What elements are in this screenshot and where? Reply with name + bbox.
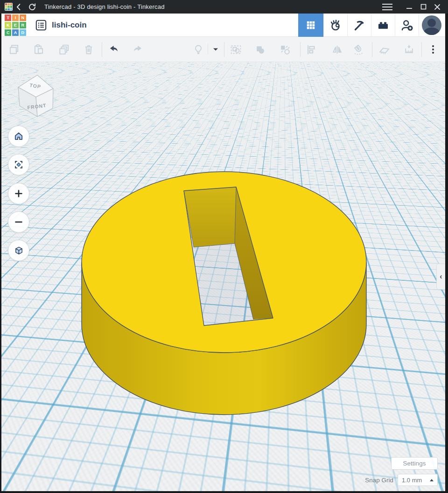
snap-magnet-button[interactable]	[349, 40, 368, 59]
logo-tile: A	[12, 29, 19, 36]
light-bulb-button[interactable]	[189, 40, 208, 59]
toolbar-separator	[421, 42, 422, 57]
toolbar-separator	[300, 42, 301, 57]
menu-button[interactable]	[381, 0, 394, 14]
reload-button[interactable]	[27, 0, 38, 14]
close-button[interactable]	[431, 0, 443, 14]
design-title: lishi-coin	[52, 14, 87, 37]
minimize-icon	[406, 4, 413, 10]
design-properties-button[interactable]	[35, 19, 47, 31]
copy-button[interactable]	[5, 40, 23, 59]
zoom-out-button[interactable]	[8, 211, 29, 233]
snap-grid-dropdown[interactable]: 1.0 mm	[398, 474, 438, 486]
edit-toolbar	[1, 37, 445, 62]
paste-button[interactable]	[29, 40, 48, 59]
maximize-icon	[420, 4, 427, 10]
magnet-icon	[352, 43, 365, 56]
tinker-hand-button[interactable]	[324, 14, 347, 37]
home-icon	[13, 131, 24, 142]
scene-svg: TOP FRONT	[1, 62, 445, 491]
window-border	[445, 14, 448, 493]
logo-tile: T	[5, 14, 11, 21]
duplicate-button[interactable]	[55, 40, 73, 59]
zoom-in-button[interactable]	[8, 183, 29, 204]
header-separator	[419, 14, 419, 37]
brick-export-button[interactable]	[371, 14, 395, 37]
coin-object[interactable]	[82, 172, 366, 415]
overflow-menu-button[interactable]	[424, 40, 442, 59]
light-bulb-icon	[192, 43, 204, 56]
logo-tile: D	[20, 29, 26, 36]
workplane-icon	[378, 43, 391, 56]
delete-button[interactable]	[79, 40, 98, 59]
snap-grid-value: 1.0 mm	[402, 477, 422, 484]
snap-grid-control: Snap Grid 1.0 mm	[365, 474, 438, 486]
logo-tile: E	[12, 22, 19, 28]
toolbar-separator	[372, 42, 372, 57]
group-button[interactable]	[251, 40, 269, 59]
bulb-dropdown-button[interactable]	[210, 40, 221, 59]
hand-icon	[329, 18, 343, 32]
minimize-button[interactable]	[403, 0, 415, 14]
undo-button[interactable]	[104, 40, 123, 59]
plus-icon	[13, 188, 24, 199]
share-button[interactable]	[395, 14, 419, 37]
back-button[interactable]	[14, 0, 24, 14]
minecraft-export-button[interactable]	[348, 14, 371, 37]
ruler-icon	[403, 43, 415, 56]
coin-hole-back-wall	[184, 187, 236, 247]
ungroup-button[interactable]	[275, 40, 294, 59]
redo-button[interactable]	[129, 40, 147, 59]
logo-tile: N	[20, 14, 26, 21]
blocks-view-button[interactable]	[298, 14, 323, 37]
window-title: Tinkercad - 3D design lishi-coin - Tinke…	[44, 0, 165, 14]
user-avatar[interactable]	[422, 15, 441, 35]
viewport-canvas[interactable]: TOP FRONT	[1, 62, 445, 491]
snap-grid-label: Snap Grid	[365, 477, 393, 484]
align-button[interactable]	[302, 40, 321, 59]
fit-view-button[interactable]	[8, 154, 29, 175]
ruler-button[interactable]	[399, 40, 418, 59]
group-select-icon	[230, 43, 242, 56]
vertical-dots-icon	[428, 44, 438, 55]
window-border	[0, 491, 448, 493]
back-chevron-icon	[14, 2, 24, 12]
brick-icon	[376, 18, 390, 32]
trash-icon	[83, 43, 95, 56]
perspective-toggle-button[interactable]	[8, 240, 29, 261]
group-icon	[254, 43, 266, 56]
tinkercad-favicon	[5, 3, 13, 11]
logo-tile: K	[5, 22, 11, 28]
redo-icon	[132, 43, 144, 56]
panel-expand-handle[interactable]: ‹	[436, 264, 445, 290]
add-person-icon	[400, 18, 414, 32]
chevron-left-icon: ‹	[440, 272, 442, 281]
logo-tile: C	[5, 29, 11, 36]
logo-tile: I	[12, 14, 19, 21]
settings-button[interactable]: Settings	[391, 457, 438, 470]
caret-down-icon	[213, 48, 218, 51]
mirror-button[interactable]	[328, 40, 346, 59]
maximize-button[interactable]	[417, 0, 429, 14]
logo-tile: R	[20, 22, 26, 28]
avatar-silhouette	[424, 28, 440, 35]
pickaxe-icon	[352, 18, 366, 32]
blocks-grid-icon	[306, 20, 316, 30]
copy-icon	[8, 43, 20, 56]
paste-icon	[33, 43, 45, 56]
minus-icon	[13, 216, 24, 228]
hamburger-icon	[382, 3, 393, 11]
list-properties-icon	[35, 19, 47, 31]
duplicate-icon	[58, 43, 70, 56]
undo-icon	[107, 43, 119, 56]
home-view-button[interactable]	[8, 125, 29, 147]
cube-icon	[13, 245, 25, 257]
toolbar-separator	[224, 42, 224, 57]
tinkercad-logo[interactable]: T I N K E R C A D	[5, 14, 26, 36]
close-icon	[434, 4, 441, 10]
toolbar-separator	[208, 44, 208, 55]
align-icon	[306, 43, 318, 56]
group-select-button[interactable]	[226, 40, 245, 59]
workplane-button[interactable]	[375, 40, 393, 59]
view-cube[interactable]: TOP FRONT	[18, 75, 53, 117]
